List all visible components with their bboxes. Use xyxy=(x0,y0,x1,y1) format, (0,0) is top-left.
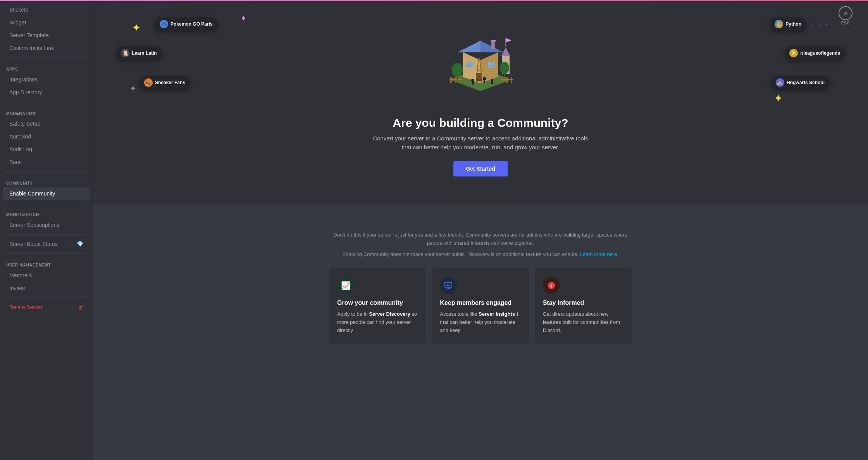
badge-python: 🐍 Python xyxy=(770,17,806,31)
learn-more-link[interactable]: Learn more here. xyxy=(580,251,619,257)
feature-icon-engage xyxy=(440,277,457,294)
sidebar-section-community: COMMUNITY Enable Community xyxy=(0,175,93,200)
cross-icon-1: ✦ xyxy=(130,84,136,93)
badge-league-label: r/leagueoflegends xyxy=(800,50,840,56)
svg-rect-32 xyxy=(504,74,505,77)
badge-python-icon: 🐍 xyxy=(775,20,783,28)
feature-card-engage: Keep members engaged Access tools like S… xyxy=(432,268,529,344)
sidebar-divider-3 xyxy=(6,171,86,172)
sidebar-item-server-template[interactable]: Server Template xyxy=(3,29,90,42)
iso-house-illustration xyxy=(438,19,523,97)
svg-rect-4 xyxy=(450,79,462,80)
main-content: ✕ ESC ✦ ✦ ✦ ✦ · · · 🎮 Pokemon GO Paris 🐍… xyxy=(93,0,868,460)
sidebar-divider-2 xyxy=(6,102,86,102)
sidebar-item-delete-server[interactable]: Delete Server 🗑 xyxy=(3,301,90,313)
star-yellow-1: ✦ xyxy=(132,21,141,34)
feature-desc-engage: Access tools like Server Insights ℹ that… xyxy=(440,310,521,334)
badge-sneaker: 👟 Sneaker Fans xyxy=(140,76,190,89)
svg-marker-11 xyxy=(457,41,480,52)
sidebar-item-integrations[interactable]: Integrations xyxy=(3,73,90,86)
badge-hogwarts: 🏫 Hogwarts School xyxy=(771,76,829,89)
content-divider xyxy=(329,220,632,220)
sidebar-item-safety-setup[interactable]: Safety Setup xyxy=(3,118,90,130)
sidebar-section-monetization: MONETIZATION Server Subscriptions xyxy=(0,206,93,231)
sidebar-divider-7 xyxy=(6,297,86,298)
badge-hogwarts-label: Hogwarts School xyxy=(787,80,825,85)
hero-text-area: Are you building a Community? Convert yo… xyxy=(93,116,868,204)
sidebar-item-custom-invite-link[interactable]: Custom Invite Link xyxy=(3,42,90,54)
badge-league: ⚔ r/leagueoflegends xyxy=(785,47,845,60)
svg-point-29 xyxy=(452,63,463,77)
feature-cards: 📈 Grow your community Apply to be in Ser… xyxy=(329,268,632,344)
content-body: Don't do this if your server is just for… xyxy=(306,204,655,360)
sidebar: Stickers Widget Server Template Custom I… xyxy=(0,0,93,460)
disclaimer-text-2: Enabling Community does not make your se… xyxy=(329,251,632,259)
sidebar-item-members[interactable]: Members xyxy=(3,269,90,282)
svg-rect-38 xyxy=(491,81,493,84)
svg-rect-22 xyxy=(491,41,495,49)
sidebar-section-moderation: MODERATION Safety Setup AutoMod Audit Lo… xyxy=(0,105,93,168)
badge-latin-icon: 📜 xyxy=(121,49,129,57)
svg-point-37 xyxy=(491,79,493,81)
hero-illustration: ✦ ✦ ✦ ✦ · · · 🎮 Pokemon GO Paris 🐍 Pytho… xyxy=(93,0,868,116)
svg-point-31 xyxy=(500,62,509,74)
disclaimer-text-1: Don't do this if your server is just for… xyxy=(329,231,632,247)
badge-python-label: Python xyxy=(785,21,801,27)
sidebar-item-automod[interactable]: AutoMod xyxy=(3,130,90,143)
sidebar-section-boost: Server Boost Status 💎 xyxy=(0,238,93,250)
badge-pokemon-icon: 🎮 xyxy=(160,20,168,28)
svg-rect-44 xyxy=(445,282,452,287)
sidebar-divider-6 xyxy=(6,253,86,254)
sidebar-item-server-boost-status[interactable]: Server Boost Status 💎 xyxy=(3,238,90,250)
badge-pokemon: 🎮 Pokemon GO Paris xyxy=(155,17,217,31)
sidebar-item-stickers[interactable]: Stickers xyxy=(3,3,90,16)
boost-icon: 💎 xyxy=(77,241,83,247)
top-accent-bar xyxy=(0,0,868,1)
badge-hogwarts-icon: 🏫 xyxy=(776,78,784,87)
sidebar-item-app-directory[interactable]: App Directory xyxy=(3,86,90,99)
star-yellow-2: ✦ xyxy=(774,92,783,105)
feature-title-informed: Stay informed xyxy=(543,299,624,306)
badge-league-icon: ⚔ xyxy=(789,49,798,57)
feature-icon-informed: i xyxy=(543,277,560,294)
sidebar-item-server-subscriptions[interactable]: Server Subscriptions xyxy=(3,219,90,231)
sidebar-section-danger: Delete Server 🗑 xyxy=(0,301,93,313)
svg-rect-21 xyxy=(488,65,495,66)
svg-text:i: i xyxy=(551,283,552,289)
svg-marker-28 xyxy=(506,38,512,43)
feature-title-grow: Grow your community xyxy=(337,299,418,306)
feature-title-engage: Keep members engaged xyxy=(440,299,521,306)
badge-latin: 📜 Learn Latin xyxy=(116,47,162,60)
sidebar-item-audit-log[interactable]: Audit Log xyxy=(3,143,90,156)
svg-point-35 xyxy=(483,77,486,80)
svg-rect-30 xyxy=(456,76,458,80)
badge-pokemon-label: Pokemon GO Paris xyxy=(170,21,213,27)
hero-subtitle: Convert your server to a Community serve… xyxy=(372,134,589,152)
get-started-button[interactable]: Get Started xyxy=(453,161,507,176)
sidebar-divider-1 xyxy=(6,57,86,58)
sidebar-item-widget[interactable]: Widget xyxy=(3,16,90,29)
star-pink-1: ✦ xyxy=(240,14,247,23)
dots-1: · · · xyxy=(811,19,829,28)
sidebar-item-invites[interactable]: Invites xyxy=(3,282,90,294)
hero-section: ✕ ESC ✦ ✦ ✦ ✦ · · · 🎮 Pokemon GO Paris 🐍… xyxy=(93,0,868,204)
sidebar-section-top: Stickers Widget Server Template Custom I… xyxy=(0,3,93,54)
feature-desc-informed: Get direct updates about new features bu… xyxy=(543,310,624,334)
svg-rect-34 xyxy=(472,81,474,85)
svg-rect-36 xyxy=(484,80,485,83)
hero-title: Are you building a Community? xyxy=(116,116,845,130)
badge-latin-label: Learn Latin xyxy=(132,50,157,56)
delete-icon: 🗑 xyxy=(78,304,83,310)
feature-card-grow: 📈 Grow your community Apply to be in Ser… xyxy=(329,268,426,344)
sidebar-section-label-monetization: MONETIZATION xyxy=(0,206,93,218)
sidebar-section-label-moderation: MODERATION xyxy=(0,105,93,117)
sidebar-section-apps: APPS Integrations App Directory xyxy=(0,61,93,99)
sidebar-section-label-community: COMMUNITY xyxy=(0,175,93,187)
svg-rect-8 xyxy=(501,79,513,80)
sidebar-item-enable-community[interactable]: Enable Community xyxy=(3,187,90,200)
sidebar-item-bans[interactable]: Bans xyxy=(3,156,90,168)
badge-sneaker-icon: 👟 xyxy=(144,78,153,87)
feature-icon-grow: 📈 xyxy=(337,277,354,294)
svg-rect-23 xyxy=(491,40,496,42)
sidebar-section-user-management: USER MANAGEMENT Members Invites xyxy=(0,257,93,294)
